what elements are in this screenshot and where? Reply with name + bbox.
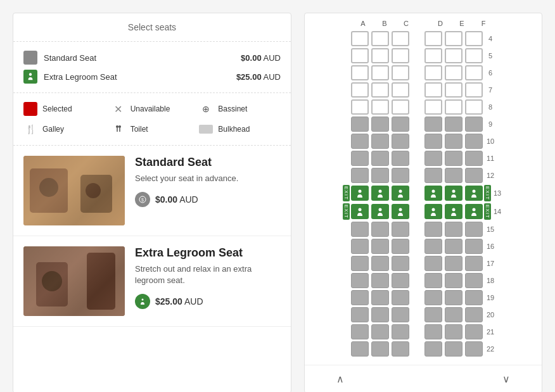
seat-13d[interactable] [424,186,442,201]
seat-16f[interactable] [465,239,483,254]
seat-17c[interactable] [392,256,409,271]
seat-16e[interactable] [445,239,462,254]
seat-7d[interactable] [424,82,442,98]
seat-7b[interactable] [371,82,389,98]
seat-17e[interactable] [445,256,462,271]
seat-12d[interactable] [424,168,442,183]
seat-18b[interactable] [371,273,389,288]
seat-17d[interactable] [424,256,442,271]
seat-9f[interactable] [465,117,483,132]
seat-21a[interactable] [351,324,369,339]
seat-19c[interactable] [392,290,409,305]
seat-22f[interactable] [465,341,483,357]
seat-4d[interactable] [424,31,442,46]
seat-4e[interactable] [445,31,462,46]
seat-22e[interactable] [445,341,462,357]
seat-21c[interactable] [392,324,409,339]
seat-22d[interactable] [424,341,442,357]
seat-12f[interactable] [465,168,483,183]
seat-18c[interactable] [392,273,409,288]
seat-14b[interactable] [371,204,389,219]
seat-14e[interactable] [445,204,462,219]
seat-13e[interactable] [445,186,462,201]
seat-4c[interactable] [392,31,409,46]
seat-17f[interactable] [465,256,483,271]
seat-6f[interactable] [465,65,483,80]
seat-17b[interactable] [371,256,389,271]
seat-15d[interactable] [424,222,442,237]
seat-13c[interactable] [392,186,409,201]
seat-10b[interactable] [371,134,389,149]
seat-16b[interactable] [371,239,389,254]
seat-13b[interactable] [371,186,389,201]
seat-4f[interactable] [465,31,483,46]
seat-20b[interactable] [371,307,389,322]
seat-9e[interactable] [445,117,462,132]
seat-11b[interactable] [371,151,389,166]
seat-21d[interactable] [424,324,442,339]
seat-7a[interactable] [351,82,369,98]
seat-15e[interactable] [445,222,462,237]
seat-11d[interactable] [424,151,442,166]
scroll-down-button[interactable]: ∨ [496,370,516,388]
seat-6b[interactable] [371,65,389,80]
seat-12e[interactable] [445,168,462,183]
seat-15f[interactable] [465,222,483,237]
seat-12c[interactable] [392,168,409,183]
seat-19b[interactable] [371,290,389,305]
seat-19d[interactable] [424,290,442,305]
seat-10f[interactable] [465,134,483,149]
seat-12b[interactable] [371,168,389,183]
seat-5b[interactable] [371,48,389,63]
seat-10a[interactable] [351,134,369,149]
seat-22a[interactable] [351,341,369,357]
seat-8d[interactable] [424,99,442,115]
seat-9a[interactable] [351,117,369,132]
seat-14f[interactable] [465,204,483,219]
seat-10c[interactable] [392,134,409,149]
scroll-up-button[interactable]: ∧ [330,370,350,388]
seat-17a[interactable] [351,256,369,271]
seat-13a[interactable] [351,186,369,201]
seat-8b[interactable] [371,99,389,115]
seat-8f[interactable] [465,99,483,115]
seat-14d[interactable] [424,204,442,219]
seat-20f[interactable] [465,307,483,322]
seat-20a[interactable] [351,307,369,322]
seat-14c[interactable] [392,204,409,219]
seat-12a[interactable] [351,168,369,183]
seat-7e[interactable] [445,82,462,98]
seat-15b[interactable] [371,222,389,237]
seat-21b[interactable] [371,324,389,339]
seat-16d[interactable] [424,239,442,254]
seat-11f[interactable] [465,151,483,166]
seat-13f[interactable] [465,186,483,201]
seat-20e[interactable] [445,307,462,322]
seat-5a[interactable] [351,48,369,63]
seat-9b[interactable] [371,117,389,132]
seat-4b[interactable] [371,31,389,46]
seat-5f[interactable] [465,48,483,63]
seat-9d[interactable] [424,117,442,132]
seat-21f[interactable] [465,324,483,339]
seat-8e[interactable] [445,99,462,115]
seat-15a[interactable] [351,222,369,237]
seat-11e[interactable] [445,151,462,166]
seat-20c[interactable] [392,307,409,322]
seat-6c[interactable] [392,65,409,80]
seat-18d[interactable] [424,273,442,288]
seat-19f[interactable] [465,290,483,305]
seat-6d[interactable] [424,65,442,80]
seat-5e[interactable] [445,48,462,63]
seat-18a[interactable] [351,273,369,288]
seat-19a[interactable] [351,290,369,305]
seat-16a[interactable] [351,239,369,254]
seat-11a[interactable] [351,151,369,166]
seat-9c[interactable] [392,117,409,132]
seat-21e[interactable] [445,324,462,339]
seat-7f[interactable] [465,82,483,98]
seat-10e[interactable] [445,134,462,149]
seat-8a[interactable] [351,99,369,115]
seat-6e[interactable] [445,65,462,80]
seat-16c[interactable] [392,239,409,254]
